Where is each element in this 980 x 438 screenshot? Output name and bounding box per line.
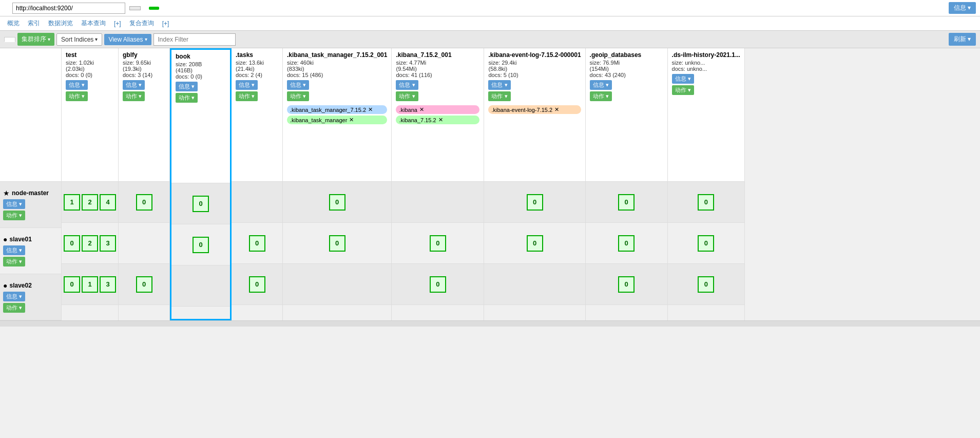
index-name: .tasks — [236, 51, 278, 59]
shard-box[interactable]: 0 — [618, 276, 635, 293]
shard-box[interactable]: 0 — [527, 235, 543, 252]
node-header-cell — [0, 48, 61, 182]
node-buttons: 信息 ▾动作 ▾ — [3, 199, 58, 220]
alias-close-icon[interactable]: ✕ — [438, 117, 443, 123]
shard-box[interactable]: 0 — [64, 276, 80, 293]
shard-box[interactable]: 0 — [430, 276, 446, 293]
top-info-button[interactable]: 信息 ▾ — [949, 2, 976, 14]
alias-tag: .kibana-event-log-7.15.2✕ — [488, 105, 581, 114]
shard-row: 023 — [62, 223, 118, 264]
index-info-button[interactable]: 信息 ▾ — [488, 80, 510, 90]
node-buttons: 信息 ▾动作 ▾ — [3, 245, 58, 266]
nav-complex-add[interactable]: [+] — [159, 19, 172, 28]
index-info-button[interactable]: 信息 ▾ — [287, 80, 309, 90]
index-info-button[interactable]: 信息 ▾ — [176, 82, 198, 91]
alias-close-icon[interactable]: ✕ — [349, 117, 354, 123]
index-action-button[interactable]: 动作 ▾ — [236, 91, 258, 101]
node-action-button[interactable]: 动作 ▾ — [3, 257, 25, 266]
shard-box[interactable]: 3 — [100, 235, 116, 252]
shard-row — [119, 223, 169, 264]
index-button-row: 信息 ▾动作 ▾ — [590, 80, 663, 101]
index-docs: docs: 2 (4) — [236, 72, 278, 78]
shard-box[interactable]: 0 — [136, 276, 152, 293]
alias-close-icon[interactable]: ✕ — [419, 106, 424, 113]
shard-box[interactable]: 0 — [193, 196, 209, 212]
index-action-button[interactable]: 动作 ▾ — [287, 91, 309, 101]
index-info-button[interactable]: 信息 ▾ — [672, 74, 694, 84]
alias-label: .kibana_task_manager_7.15.2 — [290, 107, 366, 113]
shard-box[interactable]: 2 — [82, 194, 98, 211]
index-action-button[interactable]: 动作 ▾ — [590, 91, 612, 101]
nav-overview[interactable]: 概览 — [4, 18, 23, 29]
sort-indices-caret: ▾ — [95, 36, 98, 42]
node-name-row: ●slave02 — [3, 281, 58, 290]
view-aliases-button[interactable]: View Aliases ▾ — [104, 34, 151, 45]
shard-box[interactable]: 0 — [249, 276, 265, 293]
shard-box[interactable]: 0 — [698, 194, 714, 211]
index-action-button[interactable]: 动作 ▾ — [66, 91, 88, 101]
index-info-button[interactable]: 信息 ▾ — [236, 80, 258, 90]
shard-box[interactable]: 0 — [329, 235, 345, 252]
index-column: .geoip_databasessize: 76.9Mi(154Mi)docs:… — [586, 48, 668, 320]
node-info-button[interactable]: 信息 ▾ — [3, 292, 25, 301]
node-info-button[interactable]: 信息 ▾ — [3, 245, 25, 255]
nav-indices[interactable]: 索引 — [25, 18, 43, 29]
nav-basic-query[interactable]: 基本查询 — [78, 18, 109, 29]
node-action-button[interactable]: 动作 ▾ — [3, 303, 25, 313]
index-size: size: 9.65ki — [123, 60, 165, 66]
index-info-button[interactable]: 信息 ▾ — [123, 80, 145, 90]
shard-row: 0 — [668, 182, 744, 223]
index-action-button[interactable]: 动作 ▾ — [123, 91, 145, 101]
nav-basic-add[interactable]: [+] — [111, 19, 124, 28]
shard-box[interactable]: 0 — [193, 237, 209, 253]
index-info-button[interactable]: 信息 ▾ — [66, 80, 88, 90]
index-info-button[interactable]: 信息 ▾ — [590, 80, 612, 90]
connect-button[interactable] — [129, 6, 141, 10]
shard-box[interactable]: 1 — [64, 194, 80, 211]
refresh-button[interactable]: 刷新 ▾ — [949, 33, 976, 46]
shard-box[interactable]: 0 — [430, 235, 446, 252]
cluster-sort-button[interactable]: 集群排序 ▾ — [17, 33, 54, 46]
index-name: .ds-ilm-history-2021.1... — [672, 51, 740, 59]
index-size: size: 76.9Mi — [590, 60, 663, 66]
shard-box[interactable]: 0 — [249, 235, 265, 252]
index-action-button[interactable]: 动作 ▾ — [488, 91, 510, 101]
shard-box[interactable]: 4 — [100, 194, 116, 211]
nav-data-browse[interactable]: 数据浏览 — [45, 18, 76, 29]
shard-row: 0 — [232, 264, 282, 305]
shard-box[interactable]: 0 — [329, 194, 345, 211]
index-action-button[interactable]: 动作 ▾ — [672, 85, 694, 95]
tab-cluster-overview[interactable] — [4, 37, 15, 42]
index-action-button[interactable]: 动作 ▾ — [176, 93, 198, 103]
shard-box[interactable]: 3 — [100, 276, 116, 293]
star-icon: ★ — [3, 189, 10, 197]
view-aliases-caret: ▾ — [145, 36, 147, 42]
url-input[interactable] — [12, 3, 125, 14]
node-info-button[interactable]: 信息 ▾ — [3, 199, 25, 209]
shard-row: 0 — [283, 182, 391, 223]
shard-box[interactable]: 0 — [64, 235, 80, 252]
index-filter-input[interactable] — [153, 33, 236, 46]
shard-box[interactable]: 0 — [136, 194, 152, 211]
node-column: ★node-master信息 ▾动作 ▾●slave01信息 ▾动作 ▾●sla… — [0, 48, 62, 320]
index-size: size: 208B — [176, 61, 226, 67]
shard-box[interactable]: 1 — [82, 276, 98, 293]
shard-box[interactable]: 0 — [698, 235, 714, 252]
sort-indices-button[interactable]: Sort Indices ▾ — [56, 33, 102, 46]
node-action-button[interactable]: 动作 ▾ — [3, 211, 25, 220]
index-info-button[interactable]: 信息 ▾ — [396, 80, 418, 90]
shard-box[interactable]: 0 — [527, 194, 543, 211]
alias-close-icon[interactable]: ✕ — [368, 106, 373, 113]
scrollbar[interactable] — [0, 320, 980, 327]
shard-box[interactable]: 0 — [698, 276, 714, 293]
shard-box[interactable]: 0 — [618, 194, 635, 211]
alias-close-icon[interactable]: ✕ — [554, 106, 559, 113]
index-name: .geoip_databases — [590, 51, 663, 59]
index-action-button[interactable]: 动作 ▾ — [396, 91, 418, 101]
alias-area: .kibana✕.kibana_7.15.2✕ — [396, 105, 479, 124]
shard-box[interactable]: 0 — [618, 235, 635, 252]
main-area: ★node-master信息 ▾动作 ▾●slave01信息 ▾动作 ▾●sla… — [0, 48, 980, 320]
shard-box[interactable]: 2 — [82, 235, 98, 252]
nav-complex-query[interactable]: 复合查询 — [126, 18, 157, 29]
shard-row: 0 — [232, 223, 282, 264]
